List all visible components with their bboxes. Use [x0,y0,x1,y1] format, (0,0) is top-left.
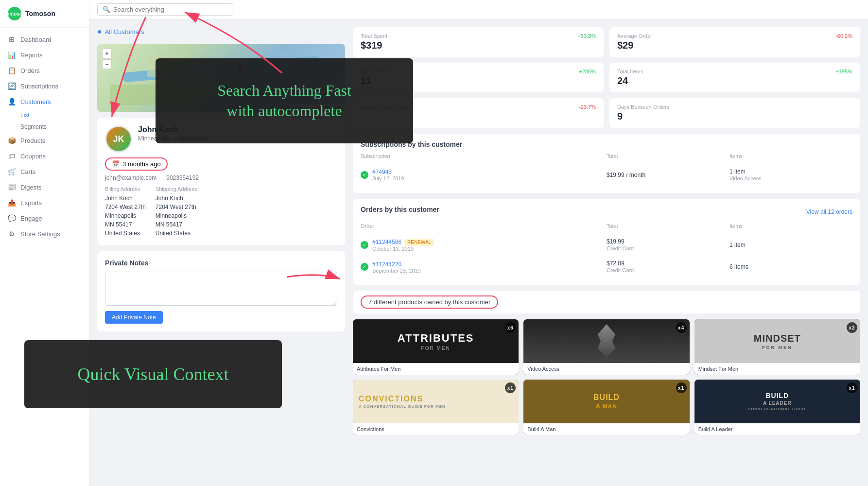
search-icon: 🔍 [103,6,110,13]
sidebar-item-orders[interactable]: 📋 Orders [0,63,89,78]
breadcrumb: ● All Customers [97,27,345,36]
orders-title: Orders by this customer [361,206,439,213]
subscription-row: ✓ #74945 July 12, 2019 $19.99 / month 1 … [361,164,852,186]
total-spent-label: Total Spent [361,33,387,39]
last-seen-badge: 📅 3 months ago [105,157,168,171]
sidebar-item-store-settings[interactable]: ⚙ Store Settings [0,226,89,242]
attributes-label: Attributes For Men [353,363,519,375]
mindset-label: Mindset For Men [694,363,860,375]
total-orders-change: +286% [579,69,596,74]
avatar-image: JK [106,127,131,151]
products-owned-count: 7 different products owned by this custo… [361,295,498,309]
products-grid: ATTRIBUTES FOR MEN x6 Attributes For Men… [353,319,860,435]
stat-average-order: Average Order -60.2% $29 [609,27,860,57]
video-person-shape [592,324,621,358]
sidebar-item-coupons[interactable]: 🏷 Coupons [0,148,89,164]
mindset-thumbnail: MINDSET FOR MEN x2 [694,319,860,363]
sidebar-label-reports: Reports [20,52,43,59]
orders-header: Orders by this customer View all 12 orde… [361,206,852,218]
order-1-status: ✓ [361,241,368,249]
email: john@example.com [105,174,156,181]
total-items-change: +195% [835,69,852,74]
order-1-total: $19.99Credit Card [607,238,729,252]
avg-order-items-change: -23.7% [579,104,596,110]
th-sub-items: Items [729,153,852,159]
total-spent-change: +53.8% [577,33,596,39]
contact-info: john@example.com 9023354192 [105,174,337,181]
notes-textarea[interactable] [105,272,337,306]
product-attributes[interactable]: ATTRIBUTES FOR MEN x6 Attributes For Men [353,319,519,375]
attributes-thumbnail: ATTRIBUTES FOR MEN x6 [353,319,519,363]
sub-date: July 12, 2019 [372,175,404,181]
order-2-link[interactable]: #11244220 [372,261,401,268]
sidebar-item-carts[interactable]: 🛒 Carts [0,164,89,179]
sub-items-cell: 1 itemVideo Access [729,168,852,182]
all-customers-link[interactable]: All Customers [105,28,144,35]
orders-table-header: Order Total Items [361,223,852,232]
store-settings-icon: ⚙ [8,230,16,238]
product-convictions[interactable]: CONVICTIONS A CONVERSATIONAL GUIDE FOR M… [353,380,519,435]
sidebar-label-customers: Customers [20,98,51,105]
order-2-info: #11244220 September 23, 2019 [372,260,421,274]
convictions-thumbnail: CONVICTIONS A CONVERSATIONAL GUIDE FOR M… [353,380,519,423]
convictions-count-badge: x1 [505,382,516,393]
map-zoom-in[interactable]: + [102,49,112,58]
product-video[interactable]: x4 Video Access [523,319,689,375]
back-icon: ● [97,27,102,36]
logo: Tomoson Tomoson [0,0,89,28]
orders-icon: 📋 [8,67,16,74]
private-notes-card: Private Notes Add Private Note [97,251,345,331]
product-mindset[interactable]: MINDSET FOR MEN x2 Mindset For Men [694,319,860,375]
dashboard-icon: ⊞ [8,35,16,43]
map-zoom-controls: + − [102,49,112,69]
billing-text: John Koch7204 West 27thMinneapolisMN 554… [105,194,146,238]
subscriptions-icon: 🔄 [8,82,16,90]
avg-order-change: -60.2% [835,33,852,39]
order-row-2: ✓ #11244220 September 23, 2019 $72.09Cre… [361,256,852,278]
subscriptions-header: Subscription Total Items [361,153,852,162]
view-all-orders[interactable]: View all 12 orders [806,208,852,215]
sub-status-icon: ✓ [361,171,368,179]
stats-row-1: Total Spent +53.8% $319 Average Order -6… [353,27,860,57]
days-between-value: 9 [617,111,852,122]
search-box[interactable]: 🔍 [97,3,233,16]
sub-link[interactable]: #74945 [372,169,404,175]
stat-total-spent: Total Spent +53.8% $319 [353,27,604,57]
sidebar-item-exports[interactable]: 📤 Exports [0,195,89,210]
order-1-id-cell: ✓ #11244586 RENEWAL October 13, 2019 [361,239,607,252]
total-items-value: 24 [617,75,852,87]
avg-order-value: $29 [617,40,852,51]
sidebar-item-digests[interactable]: 📰 Digests [0,179,89,195]
product-build-leader[interactable]: BUILD A LEADER CONVERSATIONAL GUIDE x1 B… [694,380,860,435]
build-man-label: Build A Man [523,423,689,435]
sidebar-item-subscriptions[interactable]: 🔄 Subscriptions [0,78,89,94]
add-note-button[interactable]: Add Private Note [105,311,163,324]
sub-total-cell: $19.99 / month [607,172,729,178]
sidebar-item-customers[interactable]: 👤 Customers [0,94,89,109]
sidebar-item-products[interactable]: 📦 Products [0,133,89,148]
shipping-label: Shipping Address [156,186,197,192]
exports-icon: 📤 [8,199,16,207]
sidebar-sub-segments[interactable]: Segments [20,121,89,133]
last-seen-row: 📅 3 months ago [105,157,337,171]
sidebar-label-coupons: Coupons [20,153,46,160]
build-leader-label: Build A Leader [694,423,860,435]
products-owned-header: 7 different products owned by this custo… [353,291,860,313]
engage-icon: 💬 [8,214,16,222]
orders-card: Orders by this customer View all 12 orde… [353,199,860,285]
sidebar-item-engage[interactable]: 💬 Engage [0,210,89,226]
phone: 9023354192 [166,174,199,181]
sidebar-item-dashboard[interactable]: ⊞ Dashboard [0,32,89,47]
order-2-items: 6 items [729,263,852,270]
th-order-items: Items [729,223,852,229]
order-1-link[interactable]: #11244586 [372,239,401,245]
sidebar-item-reports[interactable]: 📊 Reports [0,47,89,63]
product-build-man[interactable]: BUILD A MAN x1 Build A Man [523,380,689,435]
order-1-items: 1 item [729,242,852,248]
billing-address: Billing Address John Koch7204 West 27thM… [105,186,146,238]
search-input[interactable] [113,6,228,13]
sidebar-sub-list[interactable]: List [20,109,89,121]
map-zoom-out[interactable]: − [102,59,112,69]
sub-info: #74945 July 12, 2019 [372,169,404,181]
order-2-date: September 23, 2019 [372,268,421,274]
